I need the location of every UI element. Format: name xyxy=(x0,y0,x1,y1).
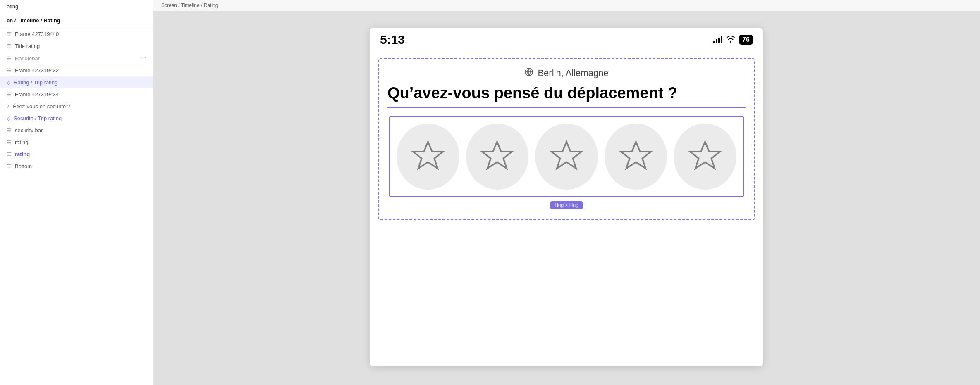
sidebar-item-label: Frame 427319434 xyxy=(15,91,59,97)
diamond-icon: ◇ xyxy=(7,80,10,86)
battery-icon: 76 xyxy=(739,35,753,45)
star-1-circle[interactable] xyxy=(397,124,459,190)
diamond-icon: ◇ xyxy=(7,116,10,121)
sidebar: eting en / Timeline / Rating ☰ Frame 427… xyxy=(0,0,153,385)
star-5-circle[interactable] xyxy=(674,124,736,190)
wifi-icon xyxy=(726,35,736,45)
sidebar-item-label: Frame 427319432 xyxy=(15,67,59,74)
sidebar-item-frame-427319434[interactable]: ☰ Frame 427319434 xyxy=(0,88,153,100)
sidebar-item-frame-427319440[interactable]: ☰ Frame 427319440 xyxy=(0,28,153,40)
eye-hidden-icon[interactable]: 〰 xyxy=(140,55,146,62)
star-4-icon xyxy=(617,138,655,175)
location-text: Berlin, Allemagne xyxy=(538,68,608,78)
canvas-area[interactable]: 5:13 xyxy=(153,11,980,385)
hug-label: Hug × Hug xyxy=(550,201,583,209)
sidebar-item-label: security bar xyxy=(15,127,43,133)
sidebar-item-handlebar[interactable]: ☰ Handlebar 〰 xyxy=(0,52,153,64)
sidebar-item-label: Handlebar xyxy=(15,55,40,62)
lines-icon: ☰ xyxy=(7,163,12,169)
sidebar-item-securite-trip-rating[interactable]: ◇ Securite / Trip rating xyxy=(0,112,153,124)
sidebar-item-rating-bold[interactable]: ☰ rating xyxy=(0,148,153,160)
sidebar-item-label: Securite / Trip rating xyxy=(14,115,62,121)
star-3-circle[interactable] xyxy=(535,124,598,190)
sidebar-item-label: rating xyxy=(15,139,29,145)
sidebar-item-label: Étiez-vous en sécurité ? xyxy=(13,103,70,109)
status-time: 5:13 xyxy=(380,33,405,47)
location-label: Berlin, Allemagne xyxy=(387,67,746,79)
sidebar-top-item: eting xyxy=(0,0,153,13)
star-5-icon xyxy=(686,138,724,175)
lines-icon: ☰ xyxy=(7,139,12,145)
lines-icon: ☰ xyxy=(7,127,12,133)
sidebar-item-label: Title rating xyxy=(15,43,40,49)
sidebar-item-frame-427319432[interactable]: ☰ Frame 427319432 xyxy=(0,64,153,76)
sidebar-item-title-rating[interactable]: ☰ Title rating xyxy=(0,40,153,52)
lines-icon: ☰ xyxy=(7,91,12,97)
star-4-circle[interactable] xyxy=(605,124,667,190)
sidebar-item-label: Frame 427319440 xyxy=(15,31,59,37)
main-content: Screen / Timeline / Rating 5:13 xyxy=(153,0,980,385)
text-icon: T xyxy=(7,104,10,109)
sidebar-item-rating-trip-rating[interactable]: ◇ Rating / Trip rating xyxy=(0,76,153,88)
sidebar-item-rating-1[interactable]: ☰ rating xyxy=(0,136,153,148)
status-bar: 5:13 xyxy=(370,28,763,50)
main-question: Qu’avez-vous pensé du déplacement ? xyxy=(387,84,746,108)
outer-selection-box: Berlin, Allemagne Qu’avez-vous pensé du … xyxy=(378,58,755,220)
lines-icon: ☰ xyxy=(7,55,12,62)
sidebar-item-etiez-vous[interactable]: T Étiez-vous en sécurité ? xyxy=(0,100,153,112)
sidebar-item-label: Bottom xyxy=(15,163,32,169)
content-area: Berlin, Allemagne Qu’avez-vous pensé du … xyxy=(370,50,763,220)
star-3-icon xyxy=(548,138,585,175)
sidebar-item-label: Rating / Trip rating xyxy=(14,79,57,86)
lines-icon: ☰ xyxy=(7,31,12,37)
star-2-circle[interactable] xyxy=(466,124,529,190)
sidebar-item-bottom[interactable]: ☰ Bottom xyxy=(0,160,153,172)
location-icon xyxy=(524,67,533,79)
lines-icon: ☰ xyxy=(7,151,12,157)
sidebar-section-header: en / Timeline / Rating xyxy=(0,13,153,28)
sidebar-item-security-bar[interactable]: ☰ security bar xyxy=(0,124,153,136)
phone-frame: 5:13 xyxy=(370,28,763,366)
status-icons: 76 xyxy=(713,35,753,45)
signal-bars-icon xyxy=(713,36,722,43)
breadcrumb: Screen / Timeline / Rating xyxy=(153,0,980,11)
lines-icon: ☰ xyxy=(7,67,12,74)
lines-icon: ☰ xyxy=(7,43,12,49)
star-1-icon xyxy=(409,138,447,175)
sidebar-item-label: rating xyxy=(15,151,30,157)
star-2-icon xyxy=(478,138,516,175)
stars-rating-container[interactable] xyxy=(389,116,744,197)
